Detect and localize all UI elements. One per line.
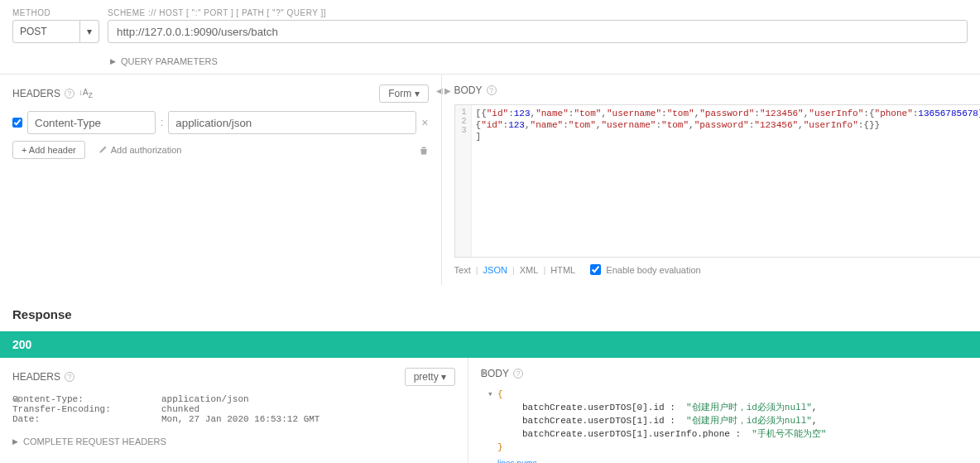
url-label: SCHEME :// HOST [ ":" PORT ] [ PATH [ "?… <box>108 8 968 17</box>
method-select[interactable]: POST ▾ <box>12 20 99 43</box>
add-authorization-link[interactable]: Add authorization <box>98 145 182 155</box>
triangle-right-icon: ▶ <box>12 437 18 446</box>
header-checkbox[interactable] <box>12 118 22 128</box>
form-dropdown[interactable]: Form ▾ <box>379 84 428 103</box>
collapse-right-icon[interactable]: ▶ <box>444 86 451 95</box>
url-input[interactable] <box>108 20 968 43</box>
response-body-json[interactable]: ▾{ batchCreate.userDTOS[0].id : "创建用户时，i… <box>481 388 968 454</box>
method-label: METHOD <box>12 8 99 17</box>
gutter: 123 <box>455 105 472 257</box>
xml-tab[interactable]: XML <box>520 265 539 275</box>
method-value: POST <box>20 26 47 37</box>
headers-title: HEADERS <box>12 88 60 99</box>
pencil-icon <box>98 145 108 155</box>
help-icon[interactable]: ? <box>487 85 497 95</box>
triangle-right-icon: ▶ <box>110 57 116 65</box>
resp-headers-title: HEADERS <box>12 371 60 383</box>
colon: : <box>161 117 163 128</box>
json-tab[interactable]: JSON <box>483 265 507 275</box>
enable-eval-label: Enable body evaluation <box>606 265 700 275</box>
remove-header-icon[interactable]: × <box>421 116 428 129</box>
response-headers-table: Content-Type:application/json Transfer-E… <box>12 394 455 424</box>
caret-down-icon: ▾ <box>79 21 92 42</box>
help-icon[interactable]: ? <box>65 372 74 382</box>
collapse-right-icon[interactable]: ▶ <box>481 368 488 377</box>
html-tab[interactable]: HTML <box>550 265 575 275</box>
complete-request-headers-toggle[interactable]: ▶ COMPLETE REQUEST HEADERS <box>12 436 455 446</box>
query-parameters-toggle[interactable]: ▶ QUERY PARAMETERS <box>12 50 968 70</box>
body-editor[interactable]: 123 [{"id":123,"name":"tom","username":"… <box>454 104 980 258</box>
code-content[interactable]: [{"id":123,"name":"tom","username":"tom"… <box>472 105 980 257</box>
header-name-input[interactable] <box>27 111 156 134</box>
add-header-button[interactable]: + Add header <box>12 141 85 159</box>
enable-eval-checkbox[interactable] <box>590 264 601 275</box>
body-title: BODY <box>454 84 483 96</box>
status-bar: 200 <box>0 331 980 358</box>
text-tab[interactable]: Text <box>454 265 471 275</box>
help-icon[interactable]: ? <box>513 369 523 379</box>
response-title: Response <box>0 297 980 331</box>
trash-icon[interactable] <box>419 144 429 156</box>
collapse-left-icon[interactable]: ◀ <box>12 394 19 403</box>
lines-nums-link[interactable]: lines nums <box>481 459 968 463</box>
pretty-dropdown[interactable]: pretty ▾ <box>405 368 455 386</box>
header-value-input[interactable] <box>168 111 416 134</box>
help-icon[interactable]: ? <box>65 89 74 99</box>
sort-icon[interactable]: ↓AZ <box>79 88 93 99</box>
collapse-toggle-icon[interactable]: ▾ <box>488 388 497 401</box>
